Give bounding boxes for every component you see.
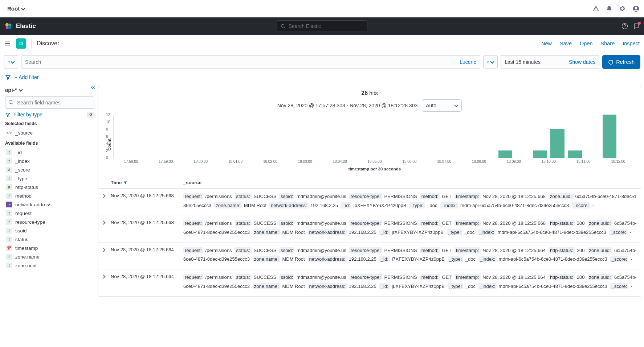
histogram-chart[interactable]: 024681012 xyxy=(114,115,636,158)
field-item[interactable]: t_id xyxy=(5,148,94,157)
field-search-input[interactable] xyxy=(5,96,94,109)
action-share[interactable]: Share xyxy=(601,41,615,46)
global-search[interactable] xyxy=(277,20,367,32)
interval-selector[interactable]: Auto xyxy=(422,99,462,112)
field-name: network-address xyxy=(15,202,52,207)
alert-triangle-icon[interactable] xyxy=(592,5,599,12)
column-header-time[interactable]: Time ▼ xyxy=(111,180,183,185)
chevron-down-icon xyxy=(21,6,25,10)
chevron-down-icon xyxy=(490,59,494,63)
svg-point-6 xyxy=(281,24,284,27)
field-item[interactable]: tzone.name xyxy=(5,252,94,261)
gear-icon[interactable] xyxy=(619,5,626,12)
x-tick: 18:11:00 xyxy=(566,160,601,165)
field-item[interactable]: tmethod xyxy=(5,191,94,200)
field-item[interactable]: tssoid xyxy=(5,226,94,235)
action-new[interactable]: New xyxy=(541,41,552,46)
menu-icon[interactable] xyxy=(4,40,11,47)
field-type-icon: t xyxy=(6,158,12,164)
field-item[interactable]: t_type xyxy=(5,174,94,183)
field-name: _index xyxy=(15,158,30,164)
x-tick: 18:02:00 xyxy=(253,160,288,165)
field-type-icon: 📅 xyxy=(6,245,12,251)
field-type-icon: t xyxy=(6,193,12,199)
field-type-icon: t xyxy=(6,210,12,216)
field-item[interactable]: tresource-type xyxy=(5,218,94,226)
expand-row-icon[interactable] xyxy=(102,192,111,210)
chevron-down-icon xyxy=(11,59,15,63)
field-item[interactable]: #http-status xyxy=(5,183,94,191)
x-tick: 17:59:00 xyxy=(148,160,183,165)
bell-icon[interactable] xyxy=(606,5,612,12)
histogram-bar[interactable] xyxy=(568,150,582,158)
row-source: request: /permissionsstatus: SUCCESSssoi… xyxy=(183,192,637,210)
available-fields-heading: Available fields xyxy=(5,141,94,146)
row-source: request: /permissionsstatus: SUCCESSssoi… xyxy=(183,219,637,237)
selected-fields-heading: Selected fields xyxy=(5,121,94,126)
filter-icon xyxy=(5,112,11,117)
field-item[interactable]: trequest xyxy=(5,209,94,218)
histogram-bar[interactable] xyxy=(550,129,564,158)
field-item[interactable]: tzone.uuid xyxy=(5,261,94,270)
field-item[interactable]: IPnetwork-address xyxy=(5,200,94,209)
app-badge[interactable]: D xyxy=(16,38,26,49)
column-header-source[interactable]: _source xyxy=(183,180,637,185)
svg-point-3 xyxy=(8,24,11,26)
search-icon xyxy=(8,100,14,105)
x-tick: 18:01:00 xyxy=(218,160,253,165)
query-language-toggle[interactable]: Lucene xyxy=(460,59,476,65)
newsfeed-icon[interactable] xyxy=(633,23,640,29)
field-item[interactable]: 📅timestamp xyxy=(5,244,94,252)
index-pattern-selector[interactable]: api-* xyxy=(5,87,94,93)
filter-by-type[interactable]: Filter by type 0 xyxy=(5,112,94,117)
action-open[interactable]: Open xyxy=(580,41,592,46)
field-name: status xyxy=(15,237,28,242)
query-input[interactable] xyxy=(25,59,460,65)
x-tick: 17:58:00 xyxy=(114,160,148,165)
saved-query-button[interactable] xyxy=(4,55,18,69)
query-bar[interactable]: Lucene xyxy=(21,55,480,69)
expand-row-icon[interactable] xyxy=(102,246,111,264)
svg-point-5 xyxy=(8,26,11,29)
field-type-icon: IP xyxy=(6,202,12,207)
action-save[interactable]: Save xyxy=(560,41,572,46)
chevron-down-icon xyxy=(19,87,23,91)
field-name: http-status xyxy=(15,185,38,190)
field-name: zone.uuid xyxy=(15,263,37,268)
expand-row-icon[interactable] xyxy=(102,219,111,237)
field-type-icon: t xyxy=(6,254,12,260)
expand-row-icon[interactable] xyxy=(102,273,111,291)
histogram-bar[interactable] xyxy=(533,150,547,158)
field-item[interactable]: </>_source xyxy=(5,128,94,137)
elastic-logo[interactable]: Elastic xyxy=(4,22,36,30)
help-icon[interactable] xyxy=(621,23,628,29)
refresh-button[interactable]: Refresh xyxy=(602,55,640,69)
show-dates-link[interactable]: Show dates xyxy=(569,59,595,65)
field-item[interactable]: #_score xyxy=(5,165,94,174)
add-filter-button[interactable]: + Add filter xyxy=(15,74,39,80)
global-search-input[interactable] xyxy=(289,23,363,29)
filter-count-badge: 0 xyxy=(87,112,94,117)
space-selector[interactable]: Root xyxy=(4,3,28,14)
svg-rect-9 xyxy=(488,61,489,63)
field-name: _type xyxy=(15,176,27,181)
x-tick: 18:07:00 xyxy=(427,160,462,165)
field-type-icon: </> xyxy=(6,130,12,136)
field-item[interactable]: tstatus xyxy=(5,235,94,244)
histogram-bar[interactable] xyxy=(603,115,616,158)
row-source: request: /permissionsstatus: SUCCESSssoi… xyxy=(183,273,637,291)
filter-icon[interactable] xyxy=(5,74,11,80)
field-item[interactable]: t_index xyxy=(5,157,94,165)
date-quick-button[interactable] xyxy=(483,55,498,69)
svg-point-2 xyxy=(5,23,9,26)
action-inspect[interactable]: Inspect xyxy=(623,41,640,46)
field-name: timestamp xyxy=(15,245,38,251)
x-tick: 18:00:00 xyxy=(183,160,218,165)
collapse-sidebar-icon[interactable] xyxy=(90,84,96,90)
refresh-icon xyxy=(608,59,614,65)
table-row: Nov 28, 2020 @ 18:12:25.668request: /per… xyxy=(98,215,641,242)
user-avatar-icon[interactable] xyxy=(632,5,640,12)
histogram-bar[interactable] xyxy=(498,150,512,158)
date-range-picker[interactable]: Last 15 minutes Show dates xyxy=(501,55,599,69)
field-name: zone.name xyxy=(15,254,40,260)
